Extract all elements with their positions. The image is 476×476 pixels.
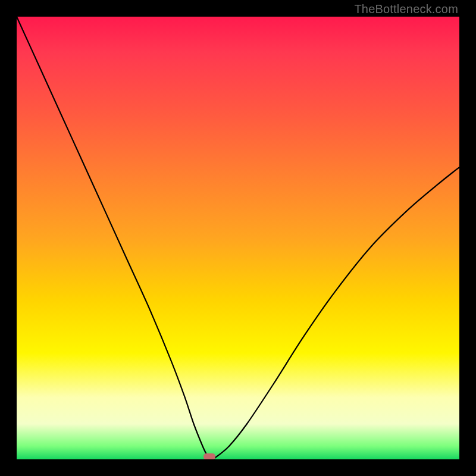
watermark-text: TheBottleneck.com [354,2,458,16]
optimum-marker [203,453,215,459]
curve-path [17,17,459,459]
plot-area [17,17,459,459]
chart-frame: TheBottleneck.com [0,0,476,476]
bottleneck-curve [17,17,459,459]
